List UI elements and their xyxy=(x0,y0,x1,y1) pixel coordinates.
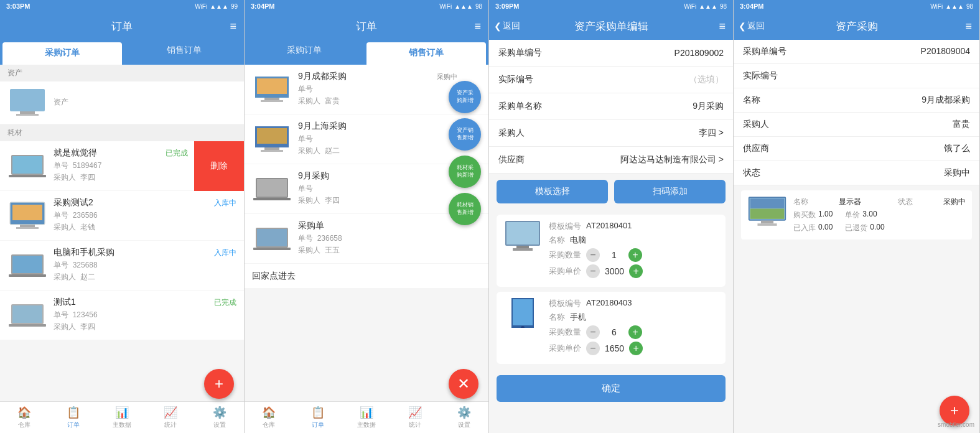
panel-2: 3:04PM WiFi▲▲▲98 订单 ≡ 采购订单 销售订单 9月成都采 xyxy=(245,0,489,433)
value-real-no: （选填） xyxy=(689,74,724,85)
nav-title-3: 资产采购单编辑 xyxy=(574,19,648,34)
back-label-3: 返回 xyxy=(503,21,520,32)
nav-stats-2[interactable]: 📈统计 xyxy=(391,402,439,433)
menu-icon-4[interactable]: ≡ xyxy=(965,20,972,33)
qty-plus-btn-2[interactable]: + xyxy=(628,325,642,339)
back-btn-4[interactable]: ❮ 返回 xyxy=(739,21,765,32)
status-bar-4: 3:04PM WiFi▲▲▲98 xyxy=(734,0,979,12)
price-minus-btn-1[interactable]: − xyxy=(586,264,600,278)
qty-plus-btn-1[interactable]: + xyxy=(628,248,642,262)
tab-purchase-2[interactable]: 采购订单 xyxy=(245,40,364,65)
tab-purchase-1[interactable]: 采购订单 xyxy=(2,42,122,65)
nav-settings-1[interactable]: ⚙️ 设置 xyxy=(195,402,244,433)
list-item-4[interactable]: 测试1 已完成 单号 123456 采购人 李四 xyxy=(0,291,244,340)
title-4: 测试1 xyxy=(54,297,76,308)
meta-no-4: 单号 123456 xyxy=(54,310,236,320)
price-minus-btn-2[interactable]: − xyxy=(586,342,600,355)
list-item-asset-1[interactable]: 资产 xyxy=(0,81,244,124)
fab-supply-purchase-2[interactable]: 耗材采 购新增 xyxy=(449,156,481,188)
title-row-1: 就是就觉得 已完成 xyxy=(54,147,188,159)
detail-row-name: 名称 9月成都采购 xyxy=(734,88,979,113)
qty-minus-btn-2[interactable]: − xyxy=(586,325,600,339)
list-item-3[interactable]: 电脑和手机采购 入库中 单号 325688 采购人 赵二 xyxy=(0,241,244,290)
price-plus-btn-2[interactable]: + xyxy=(629,342,643,355)
fab-cancel-2[interactable]: ✕ xyxy=(449,369,478,399)
product-thumb-1 xyxy=(503,221,543,251)
label-p-status: 状态 xyxy=(898,197,913,207)
fab-stack-2: 资产采 购新增 资产销 售新增 耗材采 购新增 耗材销 售新增 xyxy=(449,81,481,225)
meta-no-p2-4: 单号 236658 xyxy=(298,233,481,244)
delete-btn-1[interactable]: 删除 xyxy=(194,141,244,191)
time-1: 3:03PM xyxy=(6,2,30,10)
svg-rect-16 xyxy=(12,305,42,323)
confirm-btn-3[interactable]: 确定 xyxy=(497,375,726,402)
form-row-real-no[interactable]: 实际编号 （选填） xyxy=(489,67,733,93)
product-name-1: 名称 电脑 xyxy=(549,235,719,246)
status-1: 已完成 xyxy=(166,148,188,159)
svg-rect-35 xyxy=(513,248,533,251)
detail-row-buyer: 采购人 富贵 xyxy=(734,113,979,137)
tab-sales-2[interactable]: 销售订单 xyxy=(366,42,486,65)
fab-asset-purchase-2[interactable]: 资产采 购新增 xyxy=(449,81,481,113)
scan-add-btn[interactable]: 扫码添加 xyxy=(614,180,726,203)
template-select-btn[interactable]: 模板选择 xyxy=(497,180,608,203)
svg-rect-9 xyxy=(12,205,42,220)
price-value-1: 3000 xyxy=(605,266,624,276)
svg-rect-43 xyxy=(750,198,785,208)
value-buyer: 李四 > xyxy=(699,128,724,139)
svg-rect-13 xyxy=(12,256,42,273)
product-template-no-1: 模板编号 AT20180401 xyxy=(549,221,719,232)
nav-order-2[interactable]: 📋订单 xyxy=(293,402,342,433)
signal-icons-2: WiFi▲▲▲98 xyxy=(439,3,482,10)
form-row-buyer[interactable]: 采购人 李四 > xyxy=(489,120,733,147)
nav-masterdata-1[interactable]: 📊 主数据 xyxy=(98,402,146,433)
form-row-supplier[interactable]: 供应商 阿达达马达制造有限公司 > xyxy=(489,147,733,174)
value-d-order-no: P201809004 xyxy=(921,46,970,57)
nav-warehouse-2[interactable]: 🏠仓库 xyxy=(245,402,293,433)
price-plus-btn-1[interactable]: + xyxy=(629,264,643,278)
fab-supply-sales-2[interactable]: 耗材销 售新增 xyxy=(449,193,481,225)
nav-masterdata-2[interactable]: 📊主数据 xyxy=(342,402,391,433)
thumb-4 xyxy=(7,300,47,330)
masterdata-icon-1: 📊 xyxy=(115,406,129,419)
nav-stats-1[interactable]: 📈 统计 xyxy=(146,402,195,433)
status-4: 已完成 xyxy=(214,297,236,308)
order-icon-1: 📋 xyxy=(67,406,80,419)
list-item-2[interactable]: 采购测试2 入库中 单号 236586 采购人 老钱 xyxy=(0,191,244,240)
meta-no-p2-1: 单号 xyxy=(298,84,457,95)
tab-sales-1[interactable]: 销售订单 xyxy=(124,40,244,65)
menu-icon-2[interactable]: ≡ xyxy=(474,20,481,33)
menu-icon-1[interactable]: ≡ xyxy=(230,20,236,33)
svg-rect-0 xyxy=(10,89,45,111)
detail-row-supplier: 供应商 饿了么 xyxy=(734,137,979,161)
nav-order-1[interactable]: 📋 订单 xyxy=(49,402,97,433)
item-meta-asset-1: 资产 xyxy=(54,97,236,108)
menu-icon-3[interactable]: ≡ xyxy=(719,20,726,33)
fab-asset-sales-2[interactable]: 资产销 售新增 xyxy=(449,118,481,151)
svg-rect-25 xyxy=(261,150,283,152)
title-p2-1: 9月成都采购 xyxy=(298,71,347,82)
product-qty-1: 采购数量 − 1 + xyxy=(549,248,719,262)
meta-buyer-2: 采购人 老钱 xyxy=(54,222,236,233)
label-d-status: 状态 xyxy=(743,167,760,179)
fab-add-1[interactable]: + xyxy=(204,369,234,399)
signal-icons-1: WiFi▲▲▲99 xyxy=(195,3,238,10)
thumb-p2-4 xyxy=(252,224,292,254)
svg-rect-24 xyxy=(264,147,279,150)
bottom-nav-2: 🏠仓库 📋订单 📊主数据 📈统计 ⚙️设置 xyxy=(245,401,488,433)
content-4: 采购单编号 P201809004 实际编号 名称 9月成都采购 采购人 富贵 供… xyxy=(734,40,979,433)
nav-warehouse-1[interactable]: 🏠 仓库 xyxy=(0,402,49,433)
value-name: 9月采购 xyxy=(693,101,724,112)
title-p2-3: 9月采购 xyxy=(298,170,329,182)
meta-no-2: 单号 236586 xyxy=(54,210,236,221)
svg-rect-30 xyxy=(257,229,287,246)
qty-minus-btn-1[interactable]: − xyxy=(586,248,600,262)
chevron-left-icon-3: ❮ xyxy=(494,21,502,31)
form-row-name[interactable]: 采购单名称 9月采购 xyxy=(489,93,733,120)
back-btn-3[interactable]: ❮ 返回 xyxy=(494,21,520,32)
label-d-order-no: 采购单编号 xyxy=(743,46,786,57)
stats-icon-2: 📈 xyxy=(408,406,422,419)
list-item-p2-5[interactable]: 回家点进去 xyxy=(245,264,488,288)
product-thumb-2 xyxy=(503,298,543,328)
nav-settings-2[interactable]: ⚙️设置 xyxy=(440,402,488,433)
